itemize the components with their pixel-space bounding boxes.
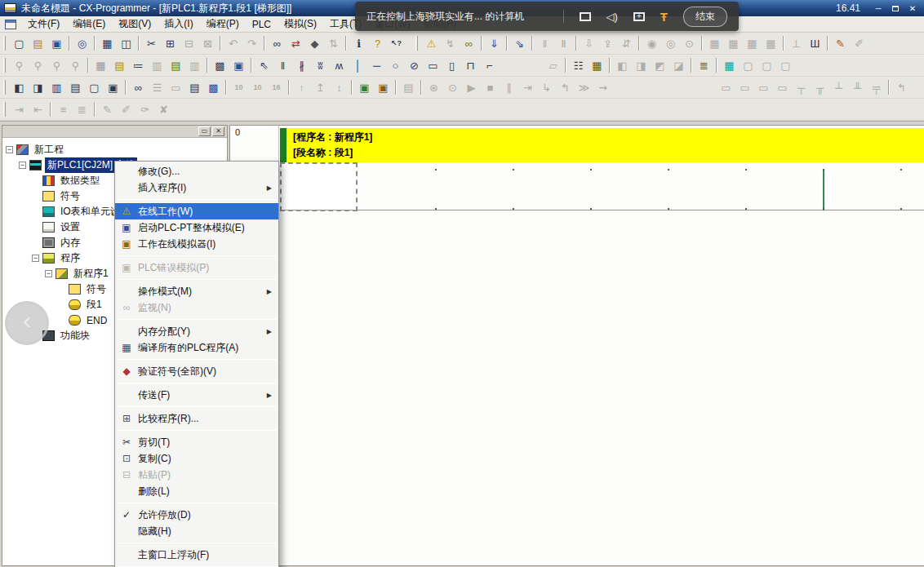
paste-special-icon[interactable]: ⊠ bbox=[198, 35, 217, 52]
menu-item-compile-all-plc-programs[interactable]: ▦编译所有的PLC程序(A) bbox=[115, 339, 278, 356]
run-mode-2-icon[interactable]: ⊙ bbox=[443, 79, 462, 96]
watch-3-icon[interactable]: ▢ bbox=[757, 57, 776, 74]
tree-expander[interactable]: − bbox=[32, 255, 39, 262]
simulator-pt-icon[interactable]: ▣ bbox=[374, 79, 393, 96]
replace-icon[interactable]: ⇄ bbox=[287, 35, 305, 52]
list-view-2-icon[interactable]: ≣ bbox=[73, 101, 91, 118]
marker-3-icon[interactable]: ✑ bbox=[135, 101, 154, 118]
arrange-icons-icon[interactable]: ▤ bbox=[66, 79, 85, 96]
marker-1-icon[interactable]: ✎ bbox=[98, 101, 117, 118]
watch-window-1-icon[interactable]: ▦ bbox=[705, 35, 724, 52]
new-contact-icon[interactable]: ǁ bbox=[273, 57, 292, 74]
cascade-icon[interactable]: ◧ bbox=[10, 79, 29, 96]
window-properties-icon[interactable]: ▣ bbox=[104, 79, 122, 96]
list-view-1-icon[interactable]: ≡ bbox=[54, 101, 73, 118]
watch-2-icon[interactable]: ▢ bbox=[739, 57, 757, 74]
search-project-icon[interactable]: ◎ bbox=[73, 35, 91, 52]
compare-with-plc-icon[interactable]: ⇵ bbox=[617, 35, 636, 52]
pause-monitor-icon[interactable]: ◎ bbox=[661, 35, 680, 52]
transfer-program-icon[interactable]: ⇘ bbox=[510, 35, 529, 52]
monitor-icon[interactable]: ◉ bbox=[642, 35, 661, 52]
menu-item-operating-mode[interactable]: 操作模式(M)▶ bbox=[115, 283, 278, 299]
toolbar-grip[interactable] bbox=[3, 102, 6, 117]
program-check-icon[interactable]: ▱ bbox=[544, 57, 562, 74]
menubar-item-simulation[interactable]: 模拟(S) bbox=[278, 16, 323, 33]
about-icon[interactable]: ℹ bbox=[349, 35, 368, 52]
menu-item-modify[interactable]: 修改(G)... bbox=[115, 163, 278, 179]
sim-stop-icon[interactable]: ■ bbox=[481, 79, 500, 96]
restore-button[interactable] bbox=[888, 2, 903, 15]
help-icon[interactable]: ? bbox=[368, 35, 387, 52]
minimize-button[interactable]: ─ bbox=[871, 2, 886, 15]
fullscreen-icon[interactable] bbox=[580, 12, 591, 21]
menu-item-work-online[interactable]: ⚠在线工作(W) bbox=[115, 203, 278, 219]
toolbar-grip[interactable] bbox=[3, 58, 6, 73]
sim-run-icon[interactable]: ▶ bbox=[462, 79, 481, 96]
watch-window-4-icon[interactable]: ▦ bbox=[762, 35, 780, 52]
grid-icon[interactable]: ▦ bbox=[91, 57, 110, 74]
force-on-icon[interactable]: ⊥ bbox=[787, 35, 806, 52]
mnemonic-view-icon[interactable]: ▩ bbox=[211, 57, 229, 74]
menu-item-cut[interactable]: ✂剪切(T) bbox=[115, 434, 278, 450]
toolbar-grip[interactable] bbox=[3, 36, 6, 51]
tree-item-new-project[interactable]: −新工程 bbox=[2, 142, 227, 157]
upload-icon[interactable]: ⇪ bbox=[598, 35, 617, 52]
zoom-out-icon[interactable]: ⚲ bbox=[66, 57, 85, 74]
fb-instance-icon[interactable]: ≣ bbox=[695, 57, 713, 74]
fb-struct-1-icon[interactable]: ▭ bbox=[717, 79, 735, 96]
address-reference-icon[interactable]: ☰ bbox=[148, 79, 167, 96]
decimal-monitor-icon[interactable]: 10 bbox=[229, 79, 248, 96]
sim-to-cursor-icon[interactable]: ⇝ bbox=[593, 79, 612, 96]
download-icon[interactable]: ⇩ bbox=[580, 35, 598, 52]
cut-icon[interactable]: ✂ bbox=[142, 35, 161, 52]
ladder-display-icon[interactable]: ▤ bbox=[167, 57, 185, 74]
new-or-closed-contact-icon[interactable]: ʍ bbox=[330, 57, 349, 74]
annotate-icon[interactable]: + bbox=[633, 12, 645, 21]
new-instruction-icon[interactable]: ▭ bbox=[424, 57, 442, 74]
work-online-icon[interactable]: ⚠ bbox=[422, 35, 441, 52]
fb-struct-4-icon[interactable]: ▭ bbox=[773, 79, 792, 96]
tree-expander[interactable]: − bbox=[19, 162, 26, 169]
remote-panel-toggle[interactable]: ‹ bbox=[5, 301, 49, 345]
sim-continuous-icon[interactable]: ≫ bbox=[575, 79, 593, 96]
close-button[interactable]: ✕ bbox=[905, 2, 920, 15]
new-horizontal-icon[interactable]: ─ bbox=[367, 57, 386, 74]
watch-window-3-icon[interactable]: ▦ bbox=[743, 35, 762, 52]
menubar-item-plc[interactable]: PLC bbox=[246, 17, 278, 32]
toolbar-grip[interactable] bbox=[415, 36, 418, 51]
fb-struct-7-icon[interactable]: ┴ bbox=[829, 79, 848, 96]
menu-item-monitor[interactable]: ∞监视(N) bbox=[115, 299, 278, 316]
signed-decimal-monitor-icon[interactable]: 10 bbox=[248, 79, 267, 96]
decrease-indent-icon[interactable]: ⇤ bbox=[29, 101, 47, 118]
paste-icon[interactable]: ⊟ bbox=[180, 35, 198, 52]
new-inverted-instruction-icon[interactable]: ▯ bbox=[442, 57, 461, 74]
print-preview-icon[interactable]: ◫ bbox=[117, 35, 135, 52]
watch-4-icon[interactable]: ▢ bbox=[776, 57, 795, 74]
pen-tool-icon[interactable]: Ŧ bbox=[660, 10, 668, 24]
zoom-fit-icon[interactable]: ⚲ bbox=[47, 57, 66, 74]
marker-2-icon[interactable]: ✐ bbox=[117, 101, 135, 118]
cross-reference-icon[interactable]: ∞ bbox=[129, 79, 148, 96]
toolbar-grip[interactable] bbox=[3, 80, 6, 95]
menu-item-memory-allocation[interactable]: 内存分配(Y)▶ bbox=[115, 323, 278, 339]
show-rung-comments-icon[interactable]: ≔ bbox=[129, 57, 148, 74]
fb-struct-3-icon[interactable]: ▭ bbox=[754, 79, 773, 96]
tree-expander[interactable]: − bbox=[45, 270, 52, 277]
set-value-icon[interactable]: ✎ bbox=[831, 35, 850, 52]
find-icon[interactable]: ∞ bbox=[268, 35, 287, 52]
monitor-search-icon[interactable]: ∞ bbox=[460, 35, 478, 52]
fb-struct-8-icon[interactable]: ╨ bbox=[848, 79, 867, 96]
redo-icon[interactable]: ↷ bbox=[242, 35, 261, 52]
go-to-previous-icon[interactable]: ↑ bbox=[292, 79, 311, 96]
simulator-settings-icon[interactable]: ▤ bbox=[399, 79, 418, 96]
menubar-item-programming[interactable]: 编程(P) bbox=[200, 16, 246, 33]
zoom-in-icon[interactable]: ⚲ bbox=[10, 57, 29, 74]
menubar-item-edit[interactable]: 编辑(E) bbox=[66, 16, 112, 33]
menu-item-verify-symbols-all[interactable]: ◆验证符号(全部)(V) bbox=[115, 363, 278, 379]
io-refresh-icon[interactable]: ‖ bbox=[535, 35, 554, 52]
sim-pause-icon[interactable]: ∥ bbox=[500, 79, 518, 96]
menu-item-hide[interactable]: 隐藏(H) bbox=[115, 523, 278, 539]
comment-list-icon[interactable]: ▭ bbox=[167, 79, 185, 96]
menu-item-delete[interactable]: 删除(L) bbox=[115, 483, 278, 499]
release-value-icon[interactable]: ✐ bbox=[850, 35, 868, 52]
